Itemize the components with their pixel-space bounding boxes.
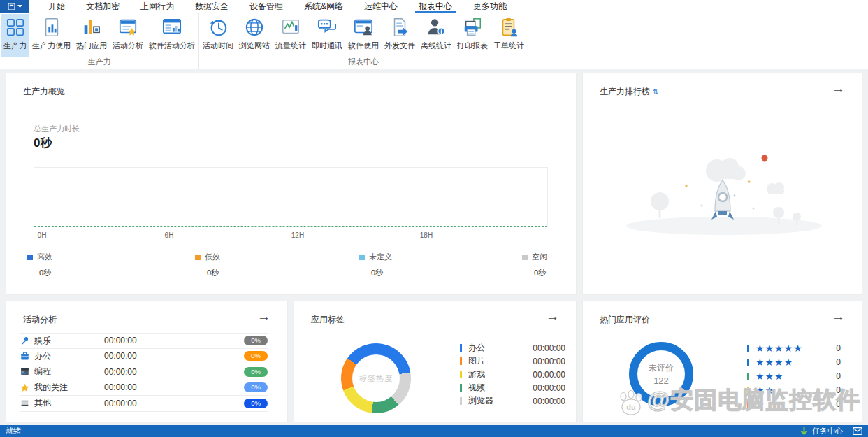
x-tick: 18H [418,231,435,239]
unrated-ring-chart: 未评价 122 [629,342,693,406]
legend-tick [460,384,462,392]
traffic-chart-icon [280,17,301,38]
ring-center-value: 122 [653,375,669,386]
menu-lines-icon [20,399,29,408]
window-icon [8,3,15,10]
tab-doc-encrypt[interactable]: 文档加密 [75,0,130,13]
doc-chart-icon [41,17,62,38]
ribbon-btn-activity-analysis[interactable]: 活动分析 [110,14,146,57]
tab-device-mgmt[interactable]: 设备管理 [239,0,294,13]
message-icon[interactable] [853,427,862,435]
legend-item-idle: 空闲 0秒 [522,252,547,278]
legend-tick [747,345,749,352]
status-badge: 0% [244,336,268,345]
legend-item-inefficient: 低效 0秒 [195,252,220,278]
tab-web-behavior[interactable]: 上网行为 [130,0,185,13]
list-item: ★★★★★ 0 [747,341,841,355]
ribbon-btn-activity-time[interactable]: 活动时间 [200,14,236,57]
productivity-timeline-chart [34,167,548,227]
donut-center-label: 标签热度 [352,354,400,402]
tab-more[interactable]: 更多功能 [463,0,517,13]
list-item: ★★ 0 [747,383,841,397]
legend-tick [460,371,462,378]
sort-icon[interactable]: ⇅ [653,88,658,96]
app-window: 开始 文档加密 上网行为 数据安全 设备管理 系统&网络 运维中心 报表中心 更… [0,0,868,437]
legend-swatch [359,255,365,260]
ribbon-btn-productivity-usage[interactable]: 生产力使用 [29,14,73,57]
ribbon-btn-productivity[interactable]: 生产力 [1,14,29,57]
clock-history-icon [208,17,229,38]
list-item: 娱乐 00:00:00 0% [20,333,268,349]
list-item: 我的关注 00:00:00 0% [20,380,268,396]
ribbon-group-label: 生产力 [0,57,198,69]
ribbon-btn-browse-sites[interactable]: 浏览网站 [236,14,273,57]
panel-title: 活动分析 [23,314,57,326]
tag-legend: 办公 00:00:00 图片 00:00:00 游戏 00:00:00 视频 0… [460,341,565,408]
tag-heat-donut-chart: 标签热度 [341,343,411,413]
panel-app-tags: 应用标签 → 标签热度 办公 00:00:00 图片 00:00:00 游 [294,301,577,422]
ribbon-group-productivity: 生产力 生产力使用 热门应用 活动分析 软件活动分析 [0,13,199,69]
status-badge: 0% [244,367,268,377]
arrow-right-icon[interactable]: → [546,310,559,323]
tab-start[interactable]: 开始 [38,0,75,13]
ribbon-btn-hot-apps[interactable]: 热门应用 [73,14,110,57]
ribbon-btn-traffic-stats[interactable]: 流量统计 [273,14,309,57]
status-badge: 0% [244,399,268,408]
ribbon-btn-software-activity[interactable]: 软件活动分析 [146,14,198,57]
x-axis-ticks: 0H 6H 12H 18H [34,231,548,240]
tab-data-security[interactable]: 数据安全 [185,0,239,13]
chat-icon [317,17,338,38]
activity-list: 娱乐 00:00:00 0% 办公 00:00:00 0% 编程 00:00:0… [20,333,268,412]
star-rating: ★★★ [755,371,784,381]
microphone-icon [20,336,29,345]
window-chart-icon [161,17,182,38]
arrow-right-icon[interactable]: → [832,310,845,323]
chart-baseline [34,226,547,227]
star-rating: ★★★★★ [755,343,803,353]
panel-activity-analysis: 活动分析 → 娱乐 00:00:00 0% 办公 00:00:00 0% 编程 [6,301,288,422]
ribbon-btn-print-report[interactable]: 打印报表 [454,14,491,57]
tab-report-center[interactable]: 报表中心 [408,0,463,13]
list-item: 办公 00:00:00 0% [20,349,268,365]
list-item: 编程 00:00:00 0% [20,364,268,380]
tab-system-network[interactable]: 系统&网络 [294,0,354,13]
app-menu-button[interactable] [0,0,29,13]
total-productivity-label: 总生产力时长 [34,124,80,134]
panel-productivity-ranking: 生产力排行榜⇅ → [582,73,862,295]
printer-icon [462,17,483,38]
status-bar: 就绪 任务中心 [0,425,868,437]
arrow-right-icon[interactable]: → [832,82,845,95]
ribbon-group-label: 报表中心 [199,57,528,69]
ribbon-btn-software-usage[interactable]: 软件使用 [345,14,382,57]
grid-icon [5,17,26,38]
legend-tick [747,387,749,394]
menu-bar: 开始 文档加密 上网行为 数据安全 设备管理 系统&网络 运维中心 报表中心 更… [0,0,868,13]
ribbon: 生产力 生产力使用 热门应用 活动分析 软件活动分析 [0,13,868,69]
x-tick: 12H [289,231,306,239]
legend-swatch [522,255,528,260]
legend-tick [747,359,749,366]
ribbon-btn-outgoing-files[interactable]: 外发文件 [382,14,418,57]
tab-ops-center[interactable]: 运维中心 [354,0,408,13]
ribbon-btn-instant-messaging[interactable]: 即时通讯 [309,14,345,57]
ribbon-btn-offline-stats[interactable]: 离线统计 [418,14,454,57]
panel-productivity-overview: 生产力概览 总生产力时长 0秒 0H 6H 12H 18H 高效 0秒 [6,73,577,295]
list-item: 视频 00:00:00 [460,381,565,394]
window-user-icon [353,17,374,38]
panel-title: 生产力排行榜⇅ [600,86,658,98]
task-center-button[interactable]: 任务中心 [812,426,843,436]
arrow-right-icon[interactable]: → [257,310,270,323]
list-item: ★★★★ 0 [747,355,841,369]
legend-tick [747,401,749,408]
star-rating: ★ [755,399,765,409]
page-title: 生产力概览 [23,86,65,98]
code-window-icon [20,367,29,376]
doc-star-icon [117,17,138,38]
x-tick: 6H [161,231,178,239]
legend-swatch [27,255,33,260]
total-productivity-value: 0秒 [34,135,52,151]
x-tick: 0H [34,231,50,239]
legend-tick [460,397,462,405]
empty-state-illustration [619,147,829,241]
ribbon-btn-ticket-stats[interactable]: 工单统计 [491,14,527,57]
